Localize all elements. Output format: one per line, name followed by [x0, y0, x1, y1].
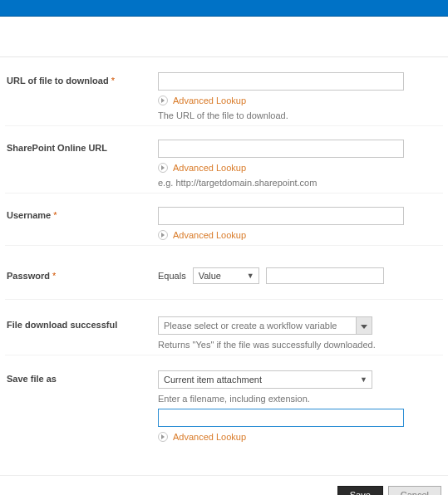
save-as-filename-input[interactable]: [158, 409, 404, 427]
save-as-select-wrap: Current item attachment ▼: [158, 370, 372, 389]
field-col: Equals Value ▼: [158, 266, 443, 284]
download-ok-dropdown-button[interactable]: [356, 316, 372, 335]
footer: Save Cancel: [0, 475, 448, 495]
required-marker: *: [53, 210, 57, 220]
password-label: Password: [7, 271, 50, 281]
sp-url-input[interactable]: [158, 140, 404, 158]
expand-icon: [158, 432, 168, 442]
form: URL of file to download * Advanced Looku…: [0, 57, 448, 452]
field-col: Advanced Lookup e.g. http://targetdomain…: [158, 138, 443, 188]
cancel-button[interactable]: Cancel: [388, 486, 441, 495]
username-advanced-lookup[interactable]: Advanced Lookup: [158, 230, 443, 240]
expand-icon: [158, 230, 168, 240]
sp-url-advanced-lookup[interactable]: Advanced Lookup: [158, 163, 443, 173]
save-as-label: Save file as: [7, 374, 57, 384]
username-label: Username: [7, 210, 51, 220]
url-advanced-lookup[interactable]: Advanced Lookup: [158, 96, 443, 105]
advanced-lookup-label: Advanced Lookup: [173, 96, 246, 105]
download-ok-label: File download successful: [7, 320, 117, 330]
save-as-select[interactable]: Current item attachment: [158, 370, 372, 389]
row-sp-url: SharePoint Online URL Advanced Lookup e.…: [5, 125, 443, 193]
label-col: Password *: [5, 266, 158, 284]
row-download-ok: File download successful Returns "Yes" i…: [5, 299, 443, 355]
chevron-down-icon: [361, 321, 367, 331]
sp-url-hint: e.g. http://targetdomain.sharepoint.com: [158, 178, 443, 188]
field-col: Advanced Lookup The URL of the file to d…: [158, 71, 443, 120]
field-col: Returns "Yes" if the file was successful…: [158, 315, 443, 350]
row-password: Password * Equals Value ▼: [5, 245, 443, 299]
equals-label: Equals: [158, 271, 186, 281]
row-url: URL of file to download * Advanced Looku…: [5, 57, 443, 125]
label-col: URL of file to download *: [5, 71, 158, 120]
row-save-as: Save file as Current item attachment ▼ E…: [5, 355, 443, 452]
expand-icon: [158, 163, 168, 173]
download-ok-hint: Returns "Yes" if the file was successful…: [158, 340, 443, 350]
field-col: Current item attachment ▼ Enter a filena…: [158, 369, 443, 442]
label-col: SharePoint Online URL: [5, 138, 158, 188]
username-input[interactable]: [158, 207, 404, 225]
label-col: Username *: [5, 205, 158, 240]
advanced-lookup-label: Advanced Lookup: [173, 230, 246, 240]
expand-icon: [158, 96, 168, 105]
sp-url-label: SharePoint Online URL: [7, 143, 107, 153]
label-col: Save file as: [5, 369, 158, 442]
save-as-hint: Enter a filename, including extension.: [158, 394, 443, 404]
field-col: Advanced Lookup: [158, 205, 443, 240]
password-value-dropdown[interactable]: Value: [193, 267, 259, 284]
required-marker: *: [111, 76, 115, 86]
advanced-lookup-label: Advanced Lookup: [173, 163, 246, 173]
save-as-advanced-lookup[interactable]: Advanced Lookup: [158, 432, 443, 442]
spacer: [0, 17, 448, 56]
url-hint: The URL of the file to download.: [158, 110, 443, 120]
label-col: File download successful: [5, 315, 158, 350]
download-ok-input[interactable]: [158, 316, 356, 335]
password-value-input[interactable]: [266, 267, 384, 284]
url-label: URL of file to download: [7, 76, 109, 86]
top-bar: [0, 0, 448, 17]
password-value-dropdown-wrap: Value ▼: [193, 267, 259, 284]
save-button[interactable]: Save: [337, 486, 383, 495]
download-ok-combo: [158, 316, 372, 335]
required-marker: *: [52, 271, 56, 281]
advanced-lookup-label: Advanced Lookup: [173, 432, 246, 442]
url-input[interactable]: [158, 72, 404, 91]
row-username: Username * Advanced Lookup: [5, 193, 443, 245]
